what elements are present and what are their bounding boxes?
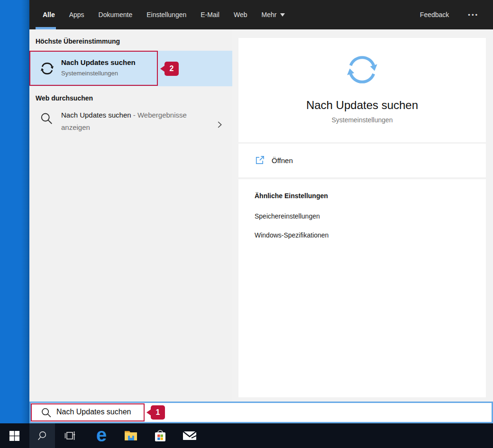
related-item-windows-spezifikationen[interactable]: Windows-Spezifikationen [255, 231, 329, 239]
annotation-badge-step-2: 2 [164, 62, 179, 76]
mail-button[interactable] [179, 423, 200, 448]
mail-icon [183, 430, 197, 441]
store-icon [154, 429, 167, 443]
nav-right-actions: Feedback ••• [420, 0, 479, 29]
taskbar-search-button[interactable] [29, 423, 55, 448]
open-external-icon [254, 155, 265, 166]
preview-actions-section: Öffnen [238, 144, 486, 177]
related-settings-header: Ähnliche Einstellungen [255, 192, 328, 200]
tab-alle[interactable]: Alle [43, 11, 55, 18]
open-button[interactable]: Öffnen [254, 144, 293, 177]
chevron-down-icon [280, 13, 285, 17]
store-button[interactable] [150, 423, 171, 448]
taskbar: e [0, 423, 493, 448]
task-view-icon [64, 430, 76, 442]
related-item-speichereinstellungen[interactable]: Speichereinstellungen [255, 212, 320, 220]
start-button[interactable] [4, 423, 25, 448]
best-match-header: Höchste Übereinstimmung [36, 37, 120, 45]
web-result-text: Nach Updates suchen - Webergebnisse anze… [61, 109, 203, 134]
best-match-row[interactable]: Nach Updates suchen Systemeinstellungen [29, 51, 232, 86]
tab-mehr-label: Mehr [261, 11, 276, 18]
windows-search-screen: Alle Apps Dokumente Einstellungen E-Mail… [0, 0, 493, 448]
refresh-icon-large [342, 49, 383, 90]
tab-einstellungen[interactable]: Einstellungen [146, 11, 186, 18]
chevron-right-icon[interactable] [214, 119, 225, 130]
preview-hero-section: Nach Updates suchen Systemeinstellungen [238, 38, 486, 142]
tab-dokumente[interactable]: Dokumente [99, 11, 133, 18]
tab-mehr[interactable]: Mehr [261, 11, 285, 18]
results-panel: Höchste Übereinstimmung Nach Updates suc… [29, 29, 232, 402]
best-match-title: Nach Updates suchen [61, 58, 136, 66]
edge-icon: e [96, 425, 107, 444]
search-input[interactable]: Nach Updates suchen [29, 402, 493, 423]
search-input-value: Nach Updates suchen [56, 408, 131, 416]
best-match-subtitle: Systemeinstellungen [61, 70, 118, 77]
file-explorer-button[interactable] [120, 423, 141, 448]
tab-web[interactable]: Web [234, 11, 247, 18]
web-result-query: Nach Updates suchen [61, 111, 131, 119]
annotation-badge-step-1: 1 [151, 405, 165, 420]
task-view-button[interactable] [60, 423, 81, 448]
refresh-icon [38, 60, 56, 77]
preview-subtitle: Systemeinstellungen [238, 116, 486, 124]
search-filter-bar: Alle Apps Dokumente Einstellungen E-Mail… [29, 0, 493, 29]
search-icon [40, 407, 52, 419]
more-options-icon[interactable]: ••• [468, 11, 479, 18]
open-button-label: Öffnen [272, 156, 293, 165]
preview-title: Nach Updates suchen [238, 99, 486, 112]
related-settings-section: Ähnliche Einstellungen Speichereinstellu… [238, 179, 486, 397]
web-search-result-row[interactable]: Nach Updates suchen - Webergebnisse anze… [29, 108, 232, 141]
feedback-button[interactable]: Feedback [420, 11, 449, 18]
tab-apps[interactable]: Apps [69, 11, 84, 18]
folder-icon [124, 430, 138, 442]
search-icon [37, 430, 48, 442]
filter-tabs: Alle Apps Dokumente Einstellungen E-Mail… [43, 0, 285, 29]
tab-email[interactable]: E-Mail [201, 11, 219, 18]
desktop-background [0, 0, 29, 423]
windows-logo-icon [9, 430, 20, 441]
web-search-header: Web durchsuchen [36, 94, 93, 102]
edge-button[interactable]: e [91, 423, 112, 448]
search-icon [39, 111, 54, 126]
